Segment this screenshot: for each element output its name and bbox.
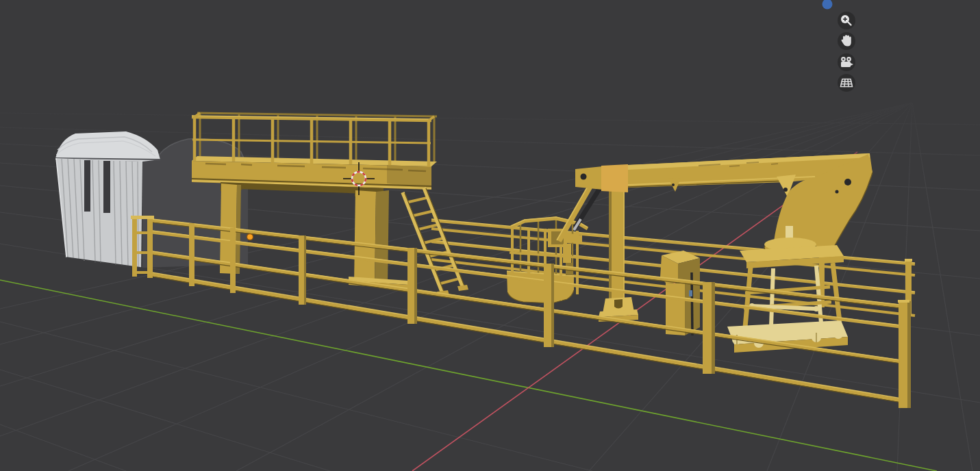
control-cabinet[interactable] — [660, 251, 700, 335]
camera-view-button[interactable] — [838, 53, 855, 71]
hut-door-slot-right — [103, 161, 110, 213]
3d-viewport[interactable] — [0, 0, 980, 471]
platform-leg-right — [354, 190, 376, 285]
zoom-button[interactable] — [838, 12, 855, 29]
pan-button[interactable] — [838, 32, 855, 50]
object-origin-dot — [247, 234, 253, 240]
basket-tub — [507, 271, 574, 303]
ortho-toggle-button[interactable] — [838, 74, 855, 92]
hut-door-slot-left — [84, 160, 90, 212]
